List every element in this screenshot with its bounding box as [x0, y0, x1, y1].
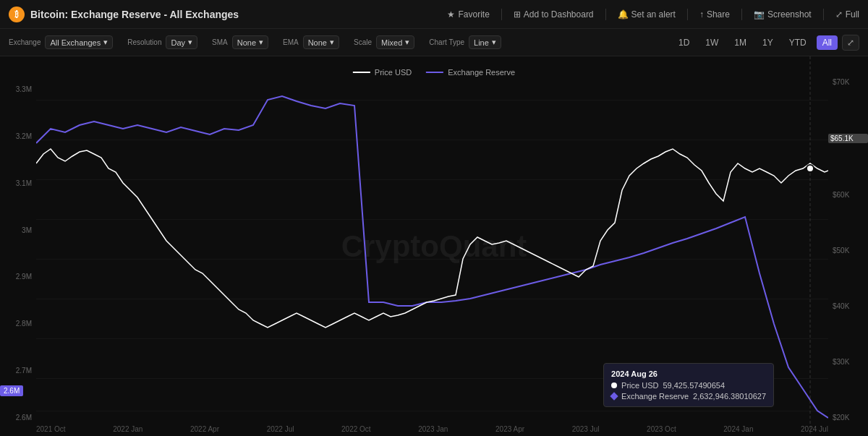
- sma-group: SMA None ▾: [212, 35, 268, 49]
- share-label: Share: [707, 9, 730, 20]
- chart-area: CryptoQuant Price USD Exchange Reserve 3…: [0, 56, 868, 436]
- screenshot-button[interactable]: 📷 Screenshot: [754, 9, 812, 20]
- y-right-5: $30K: [828, 358, 868, 366]
- y-left-2: 3.2M: [0, 132, 36, 140]
- exchange-label: Exchange: [9, 38, 41, 46]
- fullscreen-label: Full: [846, 9, 859, 20]
- page-title: Bitcoin: Exchange Reserve - All Exchange…: [30, 9, 239, 20]
- tooltip-reserve-value: 2,632,946.38010627: [693, 392, 766, 401]
- exchange-value: All Exchanges: [50, 38, 101, 47]
- legend-price-label: Price USD: [375, 68, 412, 77]
- resolution-group: Resolution Day ▾: [127, 35, 197, 49]
- screenshot-label: Screenshot: [767, 9, 812, 20]
- x-label-8: 2023 Oct: [647, 425, 676, 433]
- y-right-4: $40K: [828, 302, 868, 310]
- expand-button[interactable]: ⤢: [842, 35, 859, 51]
- camera-icon: 📷: [754, 9, 765, 20]
- time-1m[interactable]: 1M: [728, 35, 752, 50]
- resolution-value: Day: [171, 38, 185, 47]
- legend-reserve: Exchange Reserve: [426, 68, 515, 77]
- y-right-1: $70K: [828, 78, 868, 86]
- x-label-9: 2024 Jan: [723, 425, 753, 433]
- set-alert-button[interactable]: 🔔 Set an alert: [618, 9, 676, 20]
- divider-1: [501, 9, 502, 20]
- star-icon: ★: [447, 9, 455, 20]
- chart-type-select[interactable]: Line ▾: [469, 35, 501, 49]
- scale-label: Scale: [354, 38, 372, 46]
- favorite-button[interactable]: ★ Favorite: [447, 9, 489, 20]
- chevron-down-icon: ▾: [103, 38, 108, 47]
- time-1w[interactable]: 1W: [699, 35, 724, 50]
- legend-reserve-label: Exchange Reserve: [448, 68, 515, 77]
- add-dashboard-label: Add to Dashboard: [524, 9, 594, 20]
- x-label-4: 2022 Oct: [341, 425, 371, 433]
- expand-icon: ⤢: [835, 9, 843, 20]
- chart-type-value: Line: [474, 38, 489, 47]
- y-left-6: 2.8M: [0, 320, 36, 328]
- chevron-down-icon-4: ▾: [330, 38, 334, 47]
- y-left-3: 3.1M: [0, 179, 36, 187]
- x-label-7: 2023 Jul: [572, 425, 600, 433]
- y-right-badge: $65.1K: [828, 134, 868, 143]
- chart-type-group: Chart Type Line ▾: [429, 35, 501, 49]
- legend-reserve-line: [426, 72, 443, 73]
- divider-3: [687, 9, 688, 20]
- tooltip-price-label: Price USD: [621, 381, 658, 390]
- chevron-down-icon-3: ▾: [259, 38, 263, 47]
- header-actions: ★ Favorite ⊞ Add to Dashboard 🔔 Set an a…: [447, 9, 859, 20]
- x-label-3: 2022 Jul: [267, 425, 294, 433]
- y-right-3: $50K: [828, 247, 868, 255]
- ema-select[interactable]: None ▾: [303, 35, 339, 49]
- sma-select[interactable]: None ▾: [232, 35, 268, 49]
- chevron-down-icon-5: ▾: [405, 38, 409, 47]
- scale-select[interactable]: Mixed ▾: [376, 35, 414, 49]
- time-ytd[interactable]: YTD: [783, 35, 812, 50]
- resolution-select[interactable]: Day ▾: [166, 35, 197, 49]
- reserve-badge: 2.6M: [0, 385, 23, 396]
- time-1y[interactable]: 1Y: [757, 35, 779, 50]
- tooltip-reserve-dot: [610, 392, 618, 400]
- btc-icon: ₿: [9, 7, 25, 22]
- ema-group: EMA None ▾: [283, 35, 339, 49]
- chart-type-label: Chart Type: [429, 38, 464, 46]
- share-button[interactable]: ↑ Share: [699, 9, 730, 20]
- favorite-label: Favorite: [458, 9, 489, 20]
- tooltip-price-dot: [611, 382, 617, 388]
- y-right-6: $20K: [828, 414, 868, 422]
- y-right-2: $60K: [828, 191, 868, 199]
- y-left-7: 2.7M: [0, 367, 36, 375]
- x-label-0: 2021 Oct: [36, 425, 66, 433]
- x-axis: 2021 Oct 2022 Jan 2022 Apr 2022 Jul 2022…: [36, 422, 828, 436]
- x-label-1: 2022 Jan: [113, 425, 142, 433]
- ema-value: None: [308, 38, 327, 47]
- divider-5: [823, 9, 824, 20]
- chart-legend: Price USD Exchange Reserve: [353, 68, 515, 77]
- sma-label: SMA: [212, 38, 228, 46]
- chevron-down-icon-2: ▾: [188, 38, 192, 47]
- y-left-5: 2.9M: [0, 273, 36, 281]
- exchange-group: Exchange All Exchanges ▾: [9, 35, 113, 49]
- y-left-4: 3M: [0, 226, 36, 234]
- x-label-2: 2022 Apr: [190, 425, 219, 433]
- time-selector: 1D 1W 1M 1Y YTD All ⤢: [673, 35, 859, 51]
- tooltip-price-row: Price USD 59,425.57490654: [611, 381, 766, 390]
- exchange-select[interactable]: All Exchanges ▾: [45, 35, 113, 49]
- add-dashboard-button[interactable]: ⊞ Add to Dashboard: [514, 9, 594, 20]
- time-all[interactable]: All: [817, 35, 838, 50]
- share-icon: ↑: [699, 9, 704, 20]
- x-label-5: 2023 Jan: [418, 425, 448, 433]
- y-left-8: 2.6M: [0, 414, 36, 422]
- ema-label: EMA: [283, 38, 299, 46]
- legend-price-line: [353, 72, 370, 73]
- sma-value: None: [237, 38, 256, 47]
- alert-icon: 🔔: [618, 9, 629, 20]
- price-usd-line: [36, 149, 828, 328]
- tooltip-reserve-label: Exchange Reserve: [621, 392, 689, 401]
- time-1d[interactable]: 1D: [673, 35, 695, 50]
- fullscreen-button[interactable]: ⤢ Full: [835, 9, 859, 20]
- chevron-down-icon-6: ▾: [492, 38, 496, 47]
- header-left: ₿ Bitcoin: Exchange Reserve - All Exchan…: [9, 7, 239, 22]
- tooltip: 2024 Aug 26 Price USD 59,425.57490654 Ex…: [603, 363, 774, 407]
- tooltip-date: 2024 Aug 26: [611, 369, 766, 378]
- divider-4: [741, 9, 742, 20]
